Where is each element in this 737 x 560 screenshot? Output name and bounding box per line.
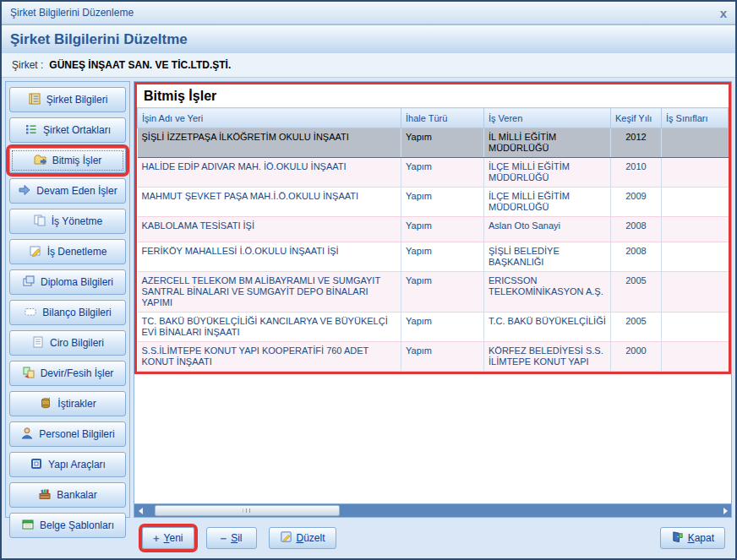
sidebar-item-yapi-araclari[interactable]: Yapı Araçları	[9, 452, 126, 477]
table-row[interactable]: TC. BAKÜ BÜYÜKELÇİLİĞİ KANCILARYA VE BÜY…	[138, 313, 729, 342]
list-icon	[25, 122, 38, 139]
cell-survey-year: 2005	[611, 313, 662, 342]
sidebar-item-label: Devir/Fesih İşler	[41, 367, 114, 379]
cell-job-class	[662, 158, 729, 188]
sidebar-item-label: Yapı Araçları	[48, 459, 106, 470]
cell-work-name: KABLOLAMA TESİSATI İŞİ	[138, 217, 401, 242]
table-row[interactable]: ŞİŞLİ İZZETPAŞA İLKÖĞRETİM OKULU İNŞAATI…	[138, 128, 729, 158]
main-panel: Bitmiş İşler İşin Adı ve Yeri İhale Türü…	[134, 81, 732, 518]
company-label: Şirket :	[12, 59, 43, 71]
edit-button[interactable]: Düzelt	[269, 527, 336, 549]
cell-job-class	[662, 272, 729, 313]
column-header-name[interactable]: İşin Adı ve Yeri	[138, 108, 401, 128]
cell-work-name: HALİDE EDİP ADIVAR MAH. İÖ.OKULU İNŞAATI	[138, 158, 401, 188]
sidebar-item-bankalar[interactable]: Bankalar	[9, 482, 126, 508]
company-name: GÜNEŞ İNŞAAT SAN. VE TİC.LTD.ŞTİ.	[49, 59, 231, 71]
dialog-body: Şirket Bilgileri Şirket Ortakları Bitmiş…	[2, 78, 735, 521]
dotted-box-icon	[24, 305, 37, 321]
column-header-tender-type[interactable]: İhale Türü	[401, 108, 484, 128]
close-icon[interactable]: x	[720, 7, 727, 19]
cell-tender-type: Yapım	[401, 242, 484, 272]
sidebar-item-bitmis-isler[interactable]: Bitmiş İşler	[9, 148, 126, 173]
cell-tender-type: Yapım	[401, 313, 484, 342]
cell-job-class	[662, 188, 729, 217]
cell-tender-type: Yapım	[401, 217, 484, 242]
cell-work-name: ŞİŞLİ İZZETPAŞA İLKÖĞRETİM OKULU İNŞAATI	[138, 128, 401, 158]
sidebar-item-devir-fesih-isler[interactable]: Devir/Fesih İşler	[9, 361, 126, 386]
cell-tender-type: Yapım	[401, 188, 484, 217]
card-box-icon	[38, 487, 52, 503]
folder-forward-icon	[34, 153, 47, 169]
sidebar-item-personel-bilgileri[interactable]: Personel Bilgileri	[9, 421, 126, 447]
cell-job-class	[662, 217, 729, 242]
scrollbar-grip-icon	[243, 508, 251, 513]
edit-button-label: Düzelt	[297, 532, 325, 544]
table-row[interactable]: AZERCELL TELEKOM BM ALİBAYRAMLI VE SUMGA…	[138, 272, 729, 313]
completed-works-table: İşin Adı ve Yeri İhale Türü İş Veren Keş…	[137, 107, 729, 372]
footer-bar: + Yeni − Sil Düzelt Kapat	[2, 521, 735, 558]
column-header-employer[interactable]: İş Veren	[484, 108, 611, 128]
sidebar-item-label: Ciro Bilgileri	[50, 337, 104, 349]
table-row[interactable]: MAHMUT ŞEVKET PAŞA MAH.İ.Ö.OKULU İNŞAATI…	[138, 188, 729, 217]
dialog-window: Şirket Bilgilerini Düzenleme x Şirket Bi…	[0, 0, 737, 560]
cell-job-class	[662, 342, 729, 372]
completed-works-region: Bitmiş İşler İşin Adı ve Yeri İhale Türü…	[134, 82, 731, 374]
cell-employer: T.C. BAKÜ BÜYÜKELÇİLİĞİ	[484, 313, 611, 342]
cell-work-name: TC. BAKÜ BÜYÜKELÇİLİĞİ KANCILARYA VE BÜY…	[138, 313, 401, 342]
table-row[interactable]: HALİDE EDİP ADIVAR MAH. İÖ.OKULU İNŞAATI…	[138, 158, 729, 188]
sidebar-item-label: Devam Eden İşler	[36, 185, 117, 197]
sidebar-item-label: Bitmiş İşler	[52, 155, 102, 166]
scrollbar-thumb[interactable]	[155, 505, 340, 516]
scrollbar-track[interactable]	[146, 504, 719, 517]
cell-employer: İLÇE MİLLİ EĞİTİM MÜDÜRLÜĞÜ	[484, 158, 611, 188]
sidebar-item-label: İş Yönetme	[52, 215, 102, 227]
arrow-right-icon	[18, 183, 31, 199]
minus-icon: −	[221, 532, 227, 545]
edit-note-icon	[280, 530, 292, 546]
sidebar-item-sirket-ortaklari[interactable]: Şirket Ortakları	[9, 117, 126, 143]
document-lines-icon	[31, 335, 45, 351]
header-band: Şirket Bilgilerini Düzeltme	[2, 24, 735, 53]
column-header-job-classes[interactable]: İş Sınıfları	[662, 108, 729, 128]
sidebar-item-bilanco-bilgileri[interactable]: Bilanço Bilgileri	[9, 300, 126, 325]
sidebar-item-label: Diploma Bilgileri	[41, 276, 113, 288]
table-row[interactable]: FERİKÖY MAHALLESİ İ.Ö.OKULU İNŞAATI İŞİ …	[138, 242, 729, 272]
close-button[interactable]: Kapat	[660, 527, 725, 549]
sidebar-item-is-yonetme[interactable]: İş Yönetme	[9, 209, 126, 234]
horizontal-scrollbar[interactable]	[134, 503, 731, 517]
window-icon	[30, 457, 43, 473]
cell-tender-type: Yapım	[401, 158, 484, 188]
sidebar-item-sirket-bilgileri[interactable]: Şirket Bilgileri	[9, 87, 126, 112]
new-button-label: Yeni	[164, 532, 183, 544]
sidebar-item-ciro-bilgileri[interactable]: Ciro Bilgileri	[9, 330, 126, 356]
cell-job-class	[662, 128, 729, 158]
plus-icon: +	[153, 532, 160, 545]
column-header-survey-year[interactable]: Keşif Yılı	[611, 108, 662, 128]
cell-survey-year: 2005	[611, 272, 662, 313]
company-row: Şirket : GÜNEŞ İNŞAAT SAN. VE TİC.LTD.ŞT…	[2, 53, 735, 78]
table-row[interactable]: KABLOLAMA TESİSATI İŞİ Yapım Aslan Oto S…	[138, 217, 729, 242]
cell-tender-type: Yapım	[401, 128, 484, 158]
sidebar-item-diploma-bilgileri[interactable]: Diploma Bilgileri	[9, 269, 126, 295]
new-button[interactable]: + Yeni	[142, 527, 194, 549]
cell-employer: İLÇE MİLLİ EĞİTİM MÜDÜRLÜĞÜ	[484, 188, 611, 217]
scroll-right-arrow-icon[interactable]	[719, 504, 731, 517]
sidebar-item-istirakler[interactable]: İştirakler	[9, 391, 126, 416]
sidebar-item-is-denetleme[interactable]: İş Denetleme	[9, 239, 126, 264]
delete-button[interactable]: − Sil	[206, 527, 257, 549]
sidebar-item-label: Personel Bilgileri	[39, 428, 114, 440]
cell-employer: ERICSSON TELEKOMİNİKASYON A.Ş.	[484, 272, 611, 313]
sidebar-item-label: Şirket Ortakları	[43, 124, 111, 136]
cell-employer: ŞİŞLİ BELEDİYE BAŞKANLIĞI	[484, 242, 611, 272]
cell-employer: Aslan Oto Sanayi	[484, 217, 611, 242]
window-title: Şirket Bilgilerini Düzenleme	[10, 7, 134, 19]
sidebar-item-label: İş Denetleme	[47, 246, 107, 258]
scroll-left-arrow-icon[interactable]	[134, 504, 146, 517]
cell-survey-year: 2000	[611, 342, 662, 372]
sidebar-item-label: İştirakler	[57, 398, 96, 410]
stacked-windows-icon	[22, 275, 35, 291]
panel-title: Bitmiş İşler	[137, 84, 729, 107]
sidebar-item-devam-eden-isler[interactable]: Devam Eden İşler	[9, 178, 126, 204]
transfer-icon	[22, 366, 35, 382]
table-row[interactable]: S.S.İLİMTEPE KONUT YAPI KOOPERATİFİ 760 …	[138, 342, 729, 372]
